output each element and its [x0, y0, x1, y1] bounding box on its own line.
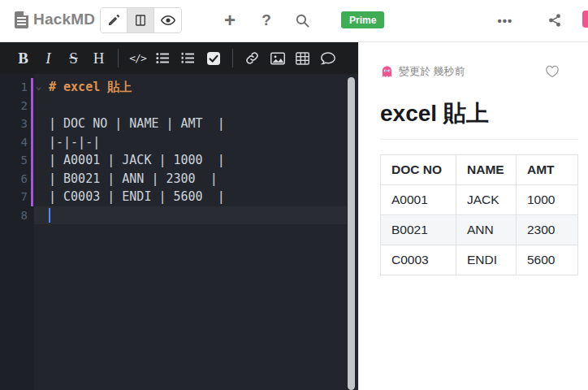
table-cell: 2300: [517, 215, 578, 245]
heading-button[interactable]: H: [89, 47, 109, 70]
editor-gutter-numbers: 12345678: [0, 78, 28, 224]
preview-table-body: A0001JACK1000B0021ANN2300C0003ENDI5600: [381, 185, 578, 275]
bullet-list-icon: [156, 52, 170, 64]
new-note-button[interactable]: +: [218, 8, 242, 32]
line-number: 8: [0, 206, 28, 225]
code-line[interactable]: [34, 97, 347, 115]
hackmd-document-icon: [15, 11, 28, 28]
numbered-list-button[interactable]: [178, 47, 198, 70]
line-number: 6: [0, 170, 28, 188]
text-cursor: [49, 208, 50, 223]
code-block-button[interactable]: </>: [128, 47, 148, 70]
table-row: B0021ANN2300: [381, 215, 578, 245]
table-cell: ENDI: [456, 245, 517, 275]
checkbox-icon: [207, 52, 220, 65]
table-header-cell: AMT: [517, 155, 578, 185]
edit-mode-button[interactable]: [101, 8, 128, 32]
table-cell: B0021: [381, 215, 456, 245]
table-cell: ANN: [456, 215, 517, 245]
line-number: 5: [0, 151, 28, 170]
search-button[interactable]: [290, 8, 314, 32]
brand-text: HackMD: [33, 11, 95, 28]
eye-icon: [161, 15, 175, 26]
comment-button[interactable]: [318, 47, 338, 70]
last-changed-text: 變更於 幾秒前: [399, 64, 545, 79]
columns-icon: [134, 14, 147, 27]
user-avatar[interactable]: [582, 11, 588, 28]
code-line[interactable]: |-|-|-|: [34, 133, 347, 152]
share-icon: [547, 13, 562, 28]
table-icon: [296, 52, 309, 65]
table-button[interactable]: [292, 47, 313, 70]
code-line[interactable]: | A0001 | JACK | 1000 |: [34, 151, 347, 170]
ellipsis-icon: •••: [498, 14, 513, 28]
code-line[interactable]: | DOC NO | NAME | AMT |: [34, 115, 347, 133]
preview-table-head-row: DOC NONAMEAMT: [381, 155, 578, 185]
view-mode-group: [100, 7, 182, 33]
code-line[interactable]: | C0003 | ENDI | 5600 |: [34, 188, 347, 206]
code-line[interactable]: | B0021 | ANN | 2300 |: [34, 170, 347, 188]
line-number: 2: [0, 97, 28, 115]
line-number: 3: [0, 115, 28, 133]
numbered-list-icon: [181, 52, 195, 64]
line-number: 7: [0, 188, 28, 206]
link-icon: [245, 51, 259, 65]
view-mode-button[interactable]: [154, 8, 181, 32]
editor-scrollbar[interactable]: [348, 77, 355, 390]
hackmd-logo[interactable]: HackMD: [15, 11, 95, 28]
checklist-button[interactable]: [203, 47, 223, 70]
link-button[interactable]: [242, 47, 262, 70]
preview-pane: 變更於 幾秒前 excel 貼上 DOC NONAMEAMT A0001JACK…: [358, 42, 588, 390]
editor-pane: B I S H </>: [0, 42, 358, 390]
table-cell: 5600: [517, 245, 578, 275]
line-number: 4: [0, 133, 28, 152]
prime-badge[interactable]: Prime: [341, 11, 384, 28]
code-line[interactable]: # excel 貼上: [34, 78, 347, 97]
format-toolbar: B I S H </>: [0, 42, 358, 74]
comment-icon: [321, 52, 335, 65]
italic-button[interactable]: I: [38, 47, 58, 70]
image-icon: [270, 52, 285, 65]
table-header-cell: DOC NO: [381, 155, 456, 185]
note-title: excel 貼上: [380, 98, 578, 140]
pencil-icon: [107, 14, 120, 27]
table-cell: A0001: [381, 185, 456, 215]
share-button[interactable]: [543, 8, 567, 32]
preview-table: DOC NONAMEAMT A0001JACK1000B0021ANN2300C…: [380, 154, 578, 275]
table-cell: JACK: [456, 185, 517, 215]
table-header-cell: NAME: [456, 155, 517, 185]
help-button[interactable]: ?: [254, 8, 279, 32]
image-button[interactable]: [267, 47, 288, 70]
code-icon: </>: [129, 52, 145, 64]
change-indicator-bar: [31, 78, 33, 206]
hackmd-app: HackMD: [0, 0, 588, 390]
top-header: HackMD: [0, 0, 588, 42]
heart-icon: [545, 65, 560, 78]
split-mode-button[interactable]: [128, 8, 154, 32]
code-line[interactable]: [34, 206, 347, 225]
favorite-button[interactable]: [545, 65, 560, 78]
toolbar-divider: [118, 49, 119, 67]
table-row: A0001JACK1000: [381, 185, 578, 215]
editor-code-lines: # excel 貼上| DOC NO | NAME | AMT ||-|-|-|…: [34, 78, 347, 224]
table-row: C0003ENDI5600: [381, 245, 578, 275]
toolbar-divider: [232, 49, 233, 67]
preview-content: 變更於 幾秒前 excel 貼上 DOC NONAMEAMT A0001JACK…: [359, 42, 588, 275]
bullet-list-button[interactable]: [153, 47, 173, 70]
search-icon: [295, 13, 310, 28]
bold-button[interactable]: B: [13, 47, 33, 70]
line-number: 1: [0, 78, 28, 97]
author-ghost-avatar[interactable]: [380, 65, 394, 79]
strikethrough-button[interactable]: S: [63, 47, 84, 70]
more-options-button[interactable]: •••: [493, 8, 517, 32]
table-cell: 1000: [517, 185, 578, 215]
note-meta-row: 變更於 幾秒前: [380, 64, 578, 79]
code-editor[interactable]: 12345678 ⌄ # excel 貼上| DOC NO | NAME | A…: [0, 74, 358, 390]
table-cell: C0003: [381, 245, 456, 275]
